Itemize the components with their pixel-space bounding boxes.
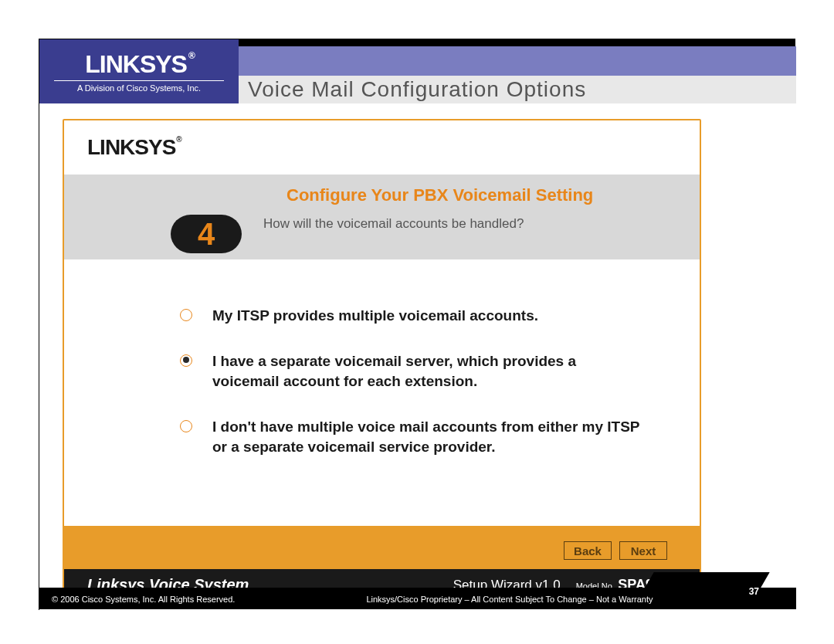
slide-footer-text: © 2006 Cisco Systems, Inc. All Rights Re… bbox=[52, 594, 778, 605]
wizard-body: My ITSP provides multiple voicemail acco… bbox=[64, 259, 700, 526]
copyright: © 2006 Cisco Systems, Inc. All Rights Re… bbox=[52, 595, 235, 604]
wizard-brand-word: LINKSYS bbox=[87, 135, 175, 159]
wizard-logo: LINKSYS® bbox=[87, 135, 181, 160]
logo-subtext: A Division of Cisco Systems, Inc. bbox=[54, 80, 224, 93]
voicemail-option-row[interactable]: I don't have multiple voice mail account… bbox=[180, 417, 653, 458]
voicemail-option-row[interactable]: My ITSP provides multiple voicemail acco… bbox=[180, 306, 653, 327]
registered-icon: ® bbox=[176, 135, 181, 144]
setup-wizard-window: LINKSYS® Configure Your PBX Voicemail Se… bbox=[63, 119, 701, 602]
back-button[interactable]: Back bbox=[564, 541, 612, 560]
wizard-section-band: Configure Your PBX Voicemail Setting 4 H… bbox=[64, 175, 700, 259]
wizard-section-title: Configure Your PBX Voicemail Setting bbox=[286, 185, 678, 205]
slide-title: Voice Mail Configuration Options bbox=[248, 77, 586, 102]
wizard-question: How will the voicemail accounts be handl… bbox=[263, 216, 524, 232]
brand-word: LINKSYS bbox=[85, 50, 187, 78]
presentation-slide: LINKSYS® A Division of Cisco Systems, In… bbox=[39, 39, 795, 610]
content-area: LINKSYS® Configure Your PBX Voicemail Se… bbox=[39, 103, 796, 611]
title-band: Voice Mail Configuration Options bbox=[239, 76, 796, 103]
radio-icon[interactable] bbox=[180, 309, 192, 321]
proprietary-note: Linksys/Cisco Proprietary – All Content … bbox=[366, 595, 653, 604]
radio-label: My ITSP provides multiple voicemail acco… bbox=[212, 306, 538, 327]
registered-icon: ® bbox=[188, 50, 195, 61]
step-number: 4 bbox=[198, 217, 215, 252]
logo-text: LINKSYS® bbox=[85, 50, 193, 79]
wizard-header: LINKSYS® bbox=[64, 120, 700, 175]
wizard-button-bar: Back Next bbox=[64, 526, 700, 569]
next-button[interactable]: Next bbox=[619, 541, 667, 560]
page-number: 37 bbox=[749, 586, 759, 597]
radio-label: I don't have multiple voice mail account… bbox=[212, 417, 645, 458]
radio-icon[interactable] bbox=[180, 354, 192, 367]
radio-label: I have a separate voicemail server, whic… bbox=[212, 351, 645, 392]
logo-box: LINKSYS® A Division of Cisco Systems, In… bbox=[39, 39, 239, 103]
step-badge: 4 bbox=[171, 215, 242, 253]
voicemail-option-row[interactable]: I have a separate voicemail server, whic… bbox=[180, 351, 653, 392]
radio-icon[interactable] bbox=[180, 420, 192, 432]
